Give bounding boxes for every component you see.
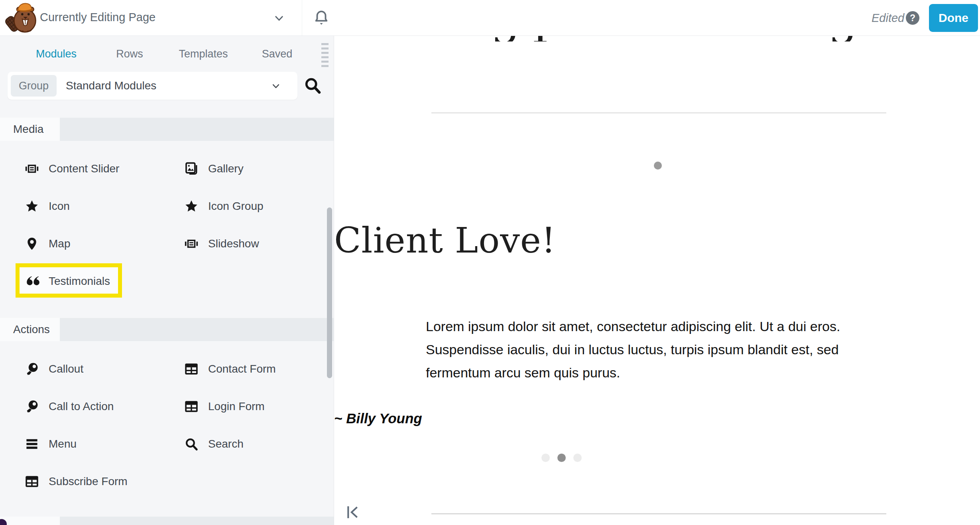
clipped-letter: p	[533, 36, 563, 41]
megaphone-icon	[25, 400, 39, 413]
module-icon[interactable]: Icon	[0, 188, 159, 225]
module-map[interactable]: Map	[0, 225, 159, 262]
module-menu[interactable]: Menu	[0, 425, 159, 463]
module-slideshow[interactable]: Slideshow	[159, 225, 319, 262]
module-callout[interactable]: Callout	[0, 350, 159, 388]
module-search[interactable]: Search	[159, 425, 319, 463]
slider-pagination-dot[interactable]	[654, 162, 662, 170]
form-icon	[25, 475, 39, 488]
chevron-down-icon	[272, 82, 280, 91]
slideshow-icon	[185, 237, 198, 251]
panel-drag-handle-icon[interactable]	[321, 43, 329, 67]
search-icon[interactable]	[304, 77, 321, 94]
currently-editing-title[interactable]: Currently Editing Page	[40, 11, 155, 24]
quotes-icon	[25, 274, 39, 288]
module-login-form[interactable]: Login Form	[159, 388, 319, 425]
map-pin-icon	[25, 237, 39, 251]
tab-rows[interactable]: Rows	[116, 48, 143, 60]
clipped-heading-row: g p g	[334, 36, 980, 41]
pagination-dot-3[interactable]	[573, 454, 582, 462]
page-canvas: g p g Client Love! Lorem ipsum dolor sit…	[334, 36, 980, 525]
group-chip-label: Group	[11, 75, 57, 97]
pagination-dot-1[interactable]	[541, 454, 550, 462]
module-testimonials[interactable]: Testimonials	[0, 262, 159, 300]
selected-group-value: Standard Modules	[66, 79, 156, 92]
row-divider	[431, 112, 886, 113]
media-module-list: Content Slider Gallery Icon Icon Group M…	[0, 150, 334, 300]
chevron-down-icon[interactable]	[274, 13, 284, 24]
testimonial-pagination	[334, 454, 789, 462]
module-gallery[interactable]: Gallery	[159, 150, 319, 188]
notifications-bell-icon[interactable]	[313, 9, 329, 27]
section-header-clipped	[0, 517, 334, 525]
help-icon[interactable]: ?	[906, 11, 919, 25]
edited-status: Edited	[872, 12, 904, 25]
module-call-to-action[interactable]: Call to Action	[0, 388, 159, 425]
content-panel: Modules Rows Templates Saved Group Stand…	[0, 36, 334, 525]
panel-scrollbar[interactable]	[327, 207, 332, 378]
section-title: Actions	[13, 323, 50, 336]
clipped-letter: g	[828, 36, 858, 41]
form-icon	[185, 400, 198, 413]
module-subscribe-form[interactable]: Subscribe Form	[0, 463, 159, 500]
actions-module-list: Callout Contact Form Call to Action Logi…	[0, 350, 334, 500]
module-icon-group[interactable]: Icon Group	[159, 188, 319, 225]
star-icon	[185, 199, 198, 213]
tab-templates[interactable]: Templates	[179, 48, 228, 60]
content-slider-icon	[25, 162, 39, 176]
tab-modules[interactable]: Modules	[36, 48, 77, 60]
gallery-icon	[185, 162, 198, 176]
hamburger-icon	[25, 437, 39, 451]
row-divider	[431, 513, 886, 514]
topbar-divider	[302, 0, 302, 36]
module-contact-form[interactable]: Contact Form	[159, 350, 319, 388]
clipped-letter: g	[490, 36, 521, 41]
section-title: Media	[13, 123, 43, 136]
form-icon	[185, 362, 198, 376]
top-bar: Currently Editing Page Edited ? Done	[0, 0, 980, 36]
tab-saved[interactable]: Saved	[262, 48, 293, 60]
star-icon	[25, 199, 39, 213]
section-header-media: Media	[0, 118, 334, 141]
pagination-dot-2-active[interactable]	[557, 454, 566, 462]
module-content-slider[interactable]: Content Slider	[0, 150, 159, 188]
megaphone-icon	[25, 362, 39, 376]
search-icon	[185, 437, 198, 451]
testimonial-attribution: ~ Billy Young	[334, 411, 789, 426]
collapse-panel-icon[interactable]	[346, 505, 360, 519]
module-group-select[interactable]: Group Standard Modules	[8, 72, 297, 100]
testimonials-heading: Client Love!	[334, 220, 789, 261]
testimonial-quote: Lorem ipsum dolor sit amet, consectetur …	[426, 315, 888, 384]
beaver-builder-logo[interactable]	[5, 1, 38, 35]
done-button[interactable]: Done	[929, 4, 978, 32]
section-header-actions: Actions	[0, 318, 334, 341]
